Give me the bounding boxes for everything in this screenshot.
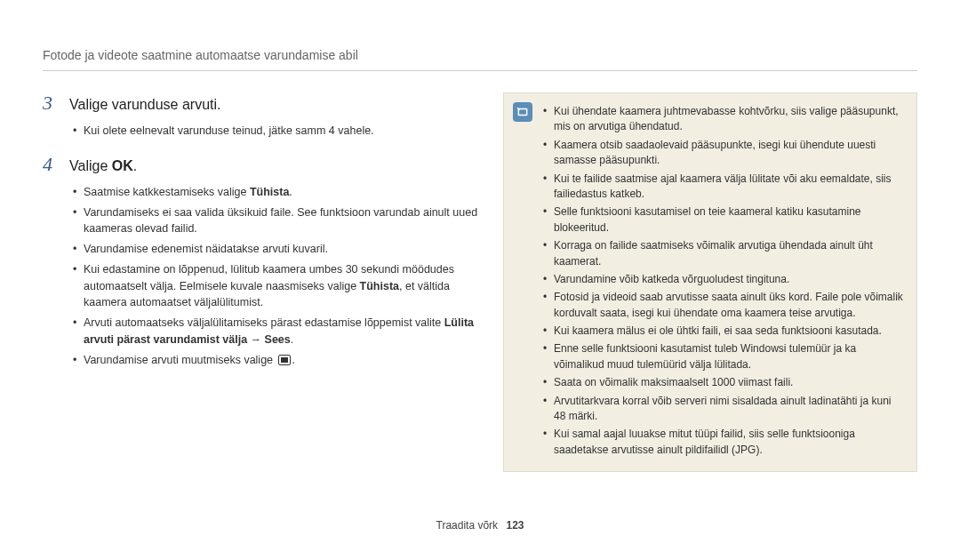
bullet-item: Arvuti automaatseks väljalülitamiseks pä… [73,315,478,348]
bullet-item: Kui edastamine on lõppenud, lülitub kaam… [73,261,478,311]
left-column: 3 Valige varunduse arvuti. Kui olete eel… [43,92,478,472]
info-item: Varundamine võib katkeda võrguoludest ti… [543,272,904,287]
step-text: Valige varunduse arvuti. [69,92,220,116]
bullet-item: Saatmise katkkestamiseks valige Tühista. [73,184,478,201]
info-item: Kui samal aajal luuakse mitut tüüpi fail… [543,427,904,458]
step-3-bullets: Kui olete eelnevalt varunduse teinud, jä… [43,123,478,140]
step-4-bullets: Saatmise katkkestamiseks valige Tühista.… [43,184,478,369]
right-column: Kui ühendate kaamera juhtmevabasse kohtv… [503,92,917,472]
info-item: Fotosid ja videoid saab arvutisse saata … [543,290,904,321]
info-item: Selle funktsiooni kasutamisel on teie ka… [543,204,904,236]
step-3: 3 Valige varunduse arvuti. [43,92,478,116]
header-divider [43,70,917,71]
computer-icon [278,355,291,365]
page-footer: Traadita võrk 123 [0,517,960,533]
step-number: 4 [43,154,57,177]
svg-line-1 [517,108,519,109]
bullet-item: Varundamise edenemist näidatakse arvuti … [73,241,478,258]
bullet-item: Kui olete eelnevalt varunduse teinud, jä… [73,123,478,140]
bullet-item: Varundamiseks ei saa valida üksikuid fai… [73,204,478,238]
info-item: Kui kaamera mälus ei ole ühtki faili, ei… [543,324,904,339]
info-item: Kui te failide saatmise ajal kaamera väl… [543,172,904,203]
footer-section: Traadita võrk [436,519,499,532]
step-text: Valige OK. [69,154,137,177]
page-header: Fotode ja videote saatmine automaatse va… [43,46,917,65]
info-item: Arvutitarkvara korral võib serveri nimi … [543,394,904,425]
info-item: Kui ühendate kaamera juhtmevabasse kohtv… [543,104,904,135]
info-item: Saata on võimalik maksimaalselt 1000 vii… [543,375,904,390]
info-panel: Kui ühendate kaamera juhtmevabasse kohtv… [503,92,917,472]
info-list: Kui ühendate kaamera juhtmevabasse kohtv… [543,104,904,458]
info-item: Enne selle funktsiooni kasutamist tuleb … [543,341,904,372]
page-number: 123 [506,519,524,532]
svg-rect-0 [518,109,526,116]
step-4: 4 Valige OK. [43,154,478,177]
step-number: 3 [43,92,57,116]
info-item: Kaamera otsib saadaolevaid pääsupunkte, … [543,138,904,169]
bullet-item: Varundamise arvuti muutmiseks valige . [73,352,478,369]
info-icon [513,102,532,122]
info-item: Korraga on failide saatmiseks võimalik a… [543,238,904,269]
